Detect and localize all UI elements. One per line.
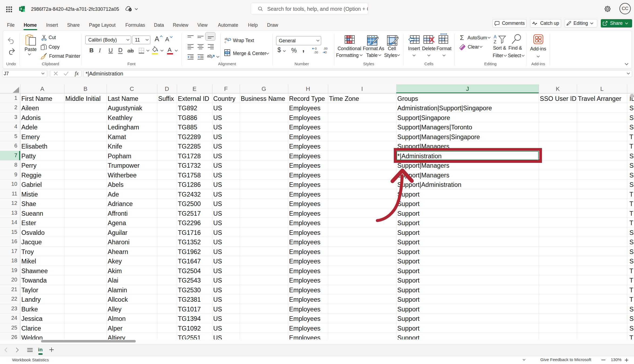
svg-text:ab: ab — [225, 37, 228, 40]
svg-text:.00: .00 — [323, 47, 327, 50]
svg-text:0: 0 — [325, 51, 327, 54]
svg-text:A: A — [494, 35, 497, 39]
svg-text:.00: .00 — [314, 51, 318, 54]
svg-text:X: X — [20, 7, 22, 11]
svg-text:0: 0 — [315, 47, 317, 50]
svg-text:Z: Z — [494, 40, 496, 44]
svg-text:c: c — [225, 40, 226, 44]
